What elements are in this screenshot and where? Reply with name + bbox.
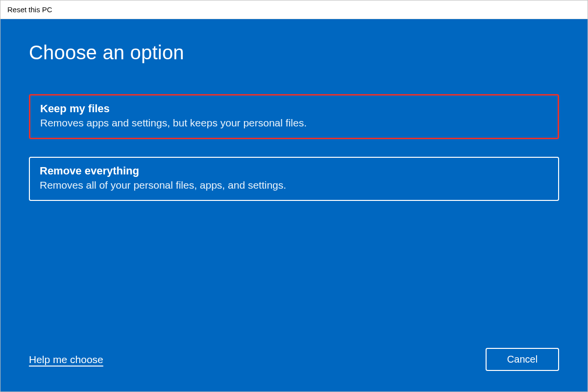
page-heading: Choose an option [29, 42, 559, 64]
option-description: Removes all of your personal files, apps… [40, 179, 548, 191]
cancel-button[interactable]: Cancel [486, 348, 559, 371]
help-me-choose-link[interactable]: Help me choose [29, 354, 103, 366]
option-remove-everything[interactable]: Remove everything Removes all of your pe… [29, 157, 559, 201]
window-title: Reset this PC [7, 5, 52, 14]
reset-pc-dialog: Reset this PC Choose an option Keep my f… [0, 0, 588, 392]
option-title: Remove everything [40, 165, 548, 177]
option-title: Keep my files [40, 102, 548, 115]
dialog-content: Choose an option Keep my files Removes a… [0, 19, 588, 392]
dialog-footer: Help me choose Cancel [29, 348, 559, 371]
option-description: Removes apps and settings, but keeps you… [40, 117, 548, 129]
option-keep-my-files[interactable]: Keep my files Removes apps and settings,… [29, 94, 559, 139]
titlebar: Reset this PC [0, 0, 588, 19]
